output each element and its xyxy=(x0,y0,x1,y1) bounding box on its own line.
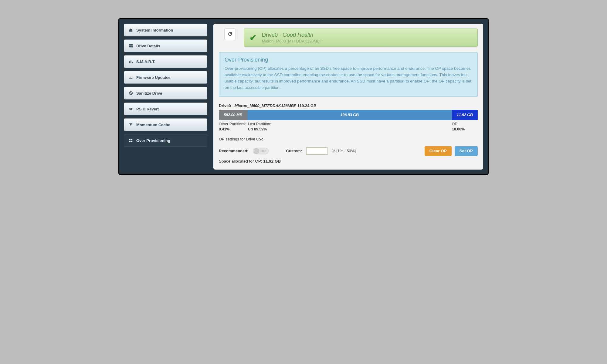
toggle-knob xyxy=(254,148,259,154)
clear-op-button[interactable]: Clear OP xyxy=(425,146,452,156)
legend-last-label: Last Partition: xyxy=(248,122,452,126)
sidebar-item-smart[interactable]: S.M.A.R.T. xyxy=(124,55,207,68)
sidebar-item-label: Sanitize Drive xyxy=(136,91,162,96)
filter-icon xyxy=(128,122,133,127)
custom-range-hint: % [1% - 50%] xyxy=(332,149,356,153)
custom-percent-input[interactable] xyxy=(306,147,327,155)
bars-icon xyxy=(128,59,133,64)
capacity-segment-op: 11.92 GB xyxy=(452,110,478,120)
svg-rect-8 xyxy=(131,139,132,140)
top-bar: ✔ Drive0 - Good Health Micron_M600_MTFDD… xyxy=(219,29,478,47)
sidebar-item-system-information[interactable]: System Information xyxy=(124,24,207,36)
sidebar: System Information Drive Details S.M.A.R… xyxy=(124,24,207,170)
recommended-toggle[interactable]: OFF xyxy=(253,148,269,154)
legend-other-value: 0.41% xyxy=(219,127,247,131)
sidebar-item-label: Over Provisioning xyxy=(136,138,170,143)
drive-summary-line: Drive0 - Micron_M600_MTFDDAK128MBF 119.2… xyxy=(219,103,478,108)
svg-rect-2 xyxy=(129,61,130,63)
download-icon xyxy=(128,75,133,80)
drive-health-banner: ✔ Drive0 - Good Health Micron_M600_MTFDD… xyxy=(244,29,478,47)
drive-name: Drive0 xyxy=(219,103,231,108)
sidebar-item-momentum-cache[interactable]: Momentum Cache xyxy=(124,118,207,131)
info-body: Over-provisioning (OP) allocates a perce… xyxy=(225,66,472,91)
space-allocated-value: 11.92 GB xyxy=(263,159,281,163)
sidebar-item-label: Firmware Updates xyxy=(136,75,171,80)
svg-rect-3 xyxy=(131,61,131,63)
health-status: Good Health xyxy=(283,32,313,38)
sidebar-item-label: System Information xyxy=(136,28,173,32)
home-icon xyxy=(128,28,133,32)
space-allocated-line: Space allocated for OP: 11.92 GB xyxy=(219,159,478,163)
health-drive-name: Drive0 xyxy=(262,32,278,38)
eye-icon xyxy=(128,106,133,111)
sidebar-item-sanitize-drive[interactable]: Sanitize Drive xyxy=(124,87,207,99)
svg-rect-0 xyxy=(129,46,133,47)
sidebar-item-psid-revert[interactable]: PSID Revert xyxy=(124,103,207,115)
main-panel: ✔ Drive0 - Good Health Micron_M600_MTFDD… xyxy=(213,24,483,170)
sidebar-item-label: PSID Revert xyxy=(136,107,159,111)
capacity-legend: Other Partitions: 0.41% Last Partition: … xyxy=(219,122,478,131)
check-icon: ✔ xyxy=(249,33,256,43)
svg-rect-1 xyxy=(129,44,133,46)
legend-op-label: OP: xyxy=(452,122,478,126)
toggle-state: OFF xyxy=(261,150,266,153)
refresh-button[interactable] xyxy=(224,29,236,40)
svg-rect-10 xyxy=(131,141,132,142)
info-title: Over-Provisioning xyxy=(225,57,472,63)
space-allocated-label: Space allocated for OP: xyxy=(219,159,262,163)
legend-op-value: 10.00% xyxy=(452,127,478,131)
health-title: Drive0 - Good Health xyxy=(262,32,322,38)
svg-rect-9 xyxy=(129,141,131,142)
sidebar-item-drive-details[interactable]: Drive Details xyxy=(124,39,207,52)
capacity-segment-last: 106.83 GB xyxy=(247,110,452,120)
op-settings-row: Recommended: OFF Custom: % [1% - 50%] Cl… xyxy=(219,146,478,156)
svg-rect-7 xyxy=(129,139,131,140)
sidebar-item-label: S.M.A.R.T. xyxy=(136,59,155,64)
capacity-segment-other: 502.00 MB xyxy=(219,110,247,120)
drive-icon xyxy=(128,43,133,48)
sidebar-item-firmware-updates[interactable]: Firmware Updates xyxy=(124,71,207,84)
svg-line-6 xyxy=(130,92,132,94)
info-panel: Over-Provisioning Over-provisioning (OP)… xyxy=(219,52,478,97)
op-settings-heading: OP settings for Drive C:/c xyxy=(219,137,478,141)
sidebar-item-over-provisioning[interactable]: Over Provisioning xyxy=(124,134,207,147)
sidebar-item-label: Drive Details xyxy=(136,44,160,48)
capacity-bar: 502.00 MB 106.83 GB 11.92 GB xyxy=(219,110,478,120)
app-window: System Information Drive Details S.M.A.R… xyxy=(118,18,489,175)
grid-icon xyxy=(128,138,133,143)
recommended-label: Recommended: xyxy=(219,149,249,153)
legend-other-label: Other Partitions: xyxy=(219,122,247,126)
set-op-button[interactable]: Set OP xyxy=(455,146,478,156)
custom-label: Custom: xyxy=(286,149,302,153)
legend-last-value: C:\ 89.59% xyxy=(248,127,452,131)
ban-icon xyxy=(128,91,133,96)
svg-rect-4 xyxy=(132,62,133,63)
drive-total: 119.24 GB xyxy=(297,103,317,108)
health-model: Micron_M600_MTFDDAK128MBF xyxy=(262,39,322,43)
drive-model: Micron_M600_MTFDDAK128MBF xyxy=(234,103,296,108)
refresh-icon xyxy=(228,32,232,37)
sidebar-item-label: Momentum Cache xyxy=(136,123,170,127)
